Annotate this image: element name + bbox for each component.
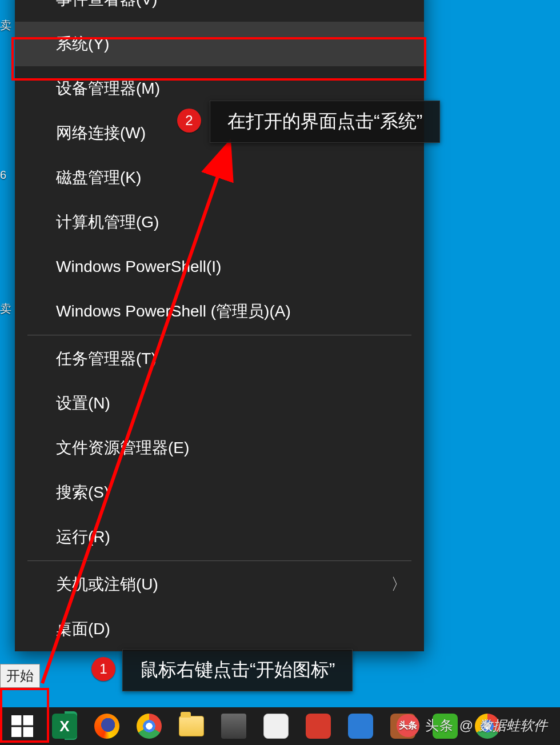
menu-item-label: 桌面(D) [56,618,110,640]
folder-icon [179,716,204,736]
taskbar-app-3[interactable] [297,708,339,744]
menu-separator [27,335,411,335]
annotation-label-1: 鼠标右键点击“开始图标” [122,649,353,691]
menu-powershell-admin[interactable]: Windows PowerShell (管理员)(A) [15,289,424,334]
app-icon [348,714,373,739]
menu-item-label: 文件资源管理器(E) [56,437,189,459]
watermark-prefix: 头条 [425,716,454,735]
menu-system[interactable]: 系统(Y) [15,22,424,66]
menu-item-label: 设置(N) [56,392,110,414]
svg-rect-2 [23,715,33,725]
annotation-label-2: 在打开的界面点击“系统” [210,101,440,143]
taskbar-excel[interactable]: X [43,708,86,744]
menu-file-explorer[interactable]: 文件资源管理器(E) [15,426,424,470]
taskbar-app-1[interactable] [213,708,255,744]
menu-item-label: 任务管理器(T) [56,348,157,370]
menu-disk-management[interactable]: 磁盘管理(K) [15,155,424,200]
taskbar-app-4[interactable] [339,708,382,744]
menu-shutdown-logoff[interactable]: 关机或注销(U)〉 [15,562,424,607]
watermark-at: @ [459,718,473,734]
app-icon [221,714,246,739]
menu-settings[interactable]: 设置(N) [15,381,424,426]
menu-separator [27,560,411,561]
menu-run[interactable]: 运行(R) [15,515,424,559]
menu-item-label: 运行(R) [56,526,110,548]
start-tooltip: 开始 [0,664,40,688]
firefox-icon [94,714,119,739]
menu-search[interactable]: 搜索(S) [15,470,424,515]
menu-item-label: 磁盘管理(K) [56,167,141,189]
menu-item-label: 网络连接(W) [56,122,146,144]
desktop-icon-label-fragment: 卖 [0,303,11,314]
chrome-icon [137,714,162,739]
app-icon [306,714,331,739]
desktop-icon-label-fragment: 6 [0,169,6,181]
menu-item-label: Windows PowerShell(I) [56,258,221,276]
svg-rect-3 [11,727,21,737]
menu-item-label: 系统(Y) [56,33,109,55]
desktop-icon-label-fragment: 卖 [0,19,11,31]
watermark-logo-icon: 头条 [397,714,419,737]
svg-rect-1 [11,715,21,725]
watermark-author: 数据蛙软件 [479,716,547,735]
menu-powershell[interactable]: Windows PowerShell(I) [15,245,424,289]
start-button[interactable] [1,708,43,744]
menu-item-label: 关机或注销(U) [56,574,158,595]
windows-logo-icon [11,715,33,737]
taskbar-app-2[interactable] [255,708,297,744]
excel-icon: X [52,714,77,739]
watermark: 头条 头条 @ 数据蛙软件 [397,714,547,737]
annotation-badge-1: 1 [91,657,115,681]
menu-task-manager[interactable]: 任务管理器(T) [15,337,424,381]
svg-rect-4 [23,727,33,737]
menu-computer-management[interactable]: 计算机管理(G) [15,200,424,245]
annotation-badge-2: 2 [177,109,201,133]
chevron-right-icon: 〉 [391,574,407,595]
taskbar-firefox[interactable] [86,708,128,744]
menu-item-label: 搜索(S) [56,482,109,503]
menu-event-viewer[interactable]: 事件查看器(V) [15,0,424,22]
menu-item-label: 设备管理器(M) [56,78,160,99]
taskbar-chrome[interactable] [128,708,170,744]
menu-desktop[interactable]: 桌面(D) [15,607,424,651]
taskbar-file-explorer[interactable] [170,708,213,744]
menu-item-label: Windows PowerShell (管理员)(A) [56,301,291,322]
menu-item-label: 事件查看器(V) [56,0,157,10]
winx-context-menu: 事件查看器(V)系统(Y)设备管理器(M)网络连接(W)磁盘管理(K)计算机管理… [15,0,424,651]
app-icon [263,714,289,739]
menu-item-label: 计算机管理(G) [56,211,159,233]
